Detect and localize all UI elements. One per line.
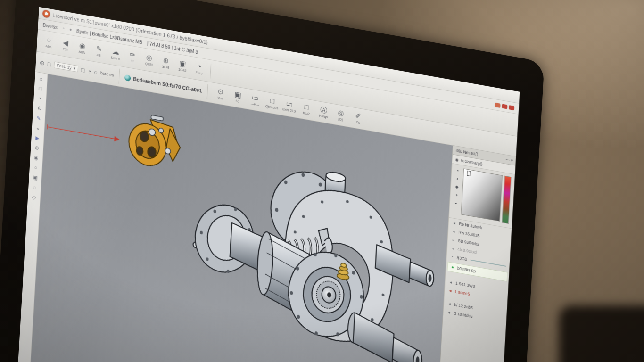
row-icon: ◄ bbox=[446, 310, 451, 315]
play-icon[interactable]: ▶ bbox=[35, 135, 40, 141]
target-icon: ◎ bbox=[146, 53, 153, 62]
pen-icon: ✏ bbox=[129, 50, 135, 59]
toolbar-button-0[interactable]: ◌ Aba bbox=[40, 32, 57, 53]
spiral-icon: ◔ bbox=[197, 63, 202, 71]
chevron-down-icon: ▾ bbox=[73, 66, 75, 71]
ellipses-icon: ◌ bbox=[47, 36, 51, 44]
toolbar-button-image[interactable]: ▣ 1C4J bbox=[174, 55, 191, 77]
circle-tool-icon[interactable]: ○ bbox=[94, 68, 98, 76]
toolbar2-button-2[interactable]: ▭ —▾— bbox=[247, 90, 264, 111]
toolbar-button-7[interactable]: ⊕ 3L4I bbox=[157, 52, 174, 74]
flat-rect-icon: ▭ bbox=[252, 93, 259, 102]
monitor-bezel: Licensed ve m S11owes0' x180 0203 (Orien… bbox=[0, 0, 545, 362]
dotted-circle-icon[interactable]: ◌ bbox=[33, 184, 36, 190]
toolbar-button-5[interactable]: ✏ BI bbox=[124, 46, 141, 68]
menu-options-icon[interactable]: ● bbox=[69, 27, 72, 32]
toolbar-button-2[interactable]: ◉ A8N bbox=[74, 38, 91, 59]
droplet-tool-icon[interactable]: ◆ bbox=[455, 184, 458, 189]
cad-application-window: Licensed ve m S11owes0' x180 0203 (Orien… bbox=[15, 7, 520, 362]
gradient-swatch[interactable] bbox=[461, 168, 503, 221]
diamond-icon[interactable]: ◇ bbox=[32, 194, 36, 200]
back-arrow-icon: ◀ bbox=[63, 39, 68, 47]
half-circle-icon[interactable]: ◒ bbox=[36, 125, 40, 131]
font-selector[interactable]: Fest: 1y ▾ bbox=[54, 61, 79, 72]
circled-a-icon: Ⓐ bbox=[320, 106, 328, 115]
toolbar-separator bbox=[206, 84, 208, 99]
row-icon: ◂ bbox=[451, 229, 456, 234]
dot-tool-icon[interactable]: • bbox=[457, 168, 459, 173]
toolbar2-button-3[interactable]: □ Qivnous bbox=[264, 92, 281, 114]
window-restore-button[interactable] bbox=[502, 104, 507, 109]
row-icon: ◄ bbox=[447, 301, 452, 306]
arc-tool-icon[interactable]: ◔ bbox=[87, 67, 91, 74]
desk-shadow bbox=[559, 305, 644, 362]
record-icon[interactable]: ◉ bbox=[34, 155, 39, 161]
rect-icon[interactable]: □ bbox=[39, 85, 42, 91]
boxed-view-icon: ▣ bbox=[234, 90, 241, 99]
toolbar2-button-7[interactable]: ◎ (D) bbox=[332, 105, 349, 126]
panel-header-buttons[interactable]: — ▾ bbox=[506, 157, 513, 163]
toolbar2-button-0[interactable]: ⊙ \f ∞ bbox=[212, 83, 229, 105]
toolbar-button-4[interactable]: ☁ Enb n bbox=[107, 43, 124, 65]
plus-circle-icon[interactable]: ⊕ bbox=[34, 145, 39, 151]
sphere-tool-icon[interactable]: ◑ bbox=[455, 192, 458, 197]
rect-tool-icon[interactable]: □ bbox=[81, 66, 85, 74]
window-controls bbox=[495, 102, 514, 110]
tiled-windows-icon: ▭ bbox=[286, 99, 293, 108]
circle-dot-icon: ⊙ bbox=[217, 88, 223, 96]
small-window-icon: □ bbox=[304, 103, 309, 111]
gradient-handle[interactable] bbox=[467, 171, 471, 176]
toolbar-button-9[interactable]: ◔ F3rv bbox=[191, 58, 208, 80]
slider-icon: ◔ bbox=[450, 254, 454, 259]
group-label: bsu: e9 bbox=[100, 71, 115, 78]
row-icon-red: ◄ bbox=[448, 288, 453, 293]
sphere2-tool-icon[interactable]: ◒ bbox=[454, 200, 457, 206]
bullseye-icon: ◎ bbox=[338, 109, 344, 117]
toolbar2-button-5[interactable]: □ 6tu2 bbox=[298, 99, 315, 120]
toolbar2-button-4[interactable]: ▭ Exis 210 bbox=[281, 96, 298, 117]
shape-icon[interactable]: □ bbox=[47, 60, 51, 67]
toolbar2-button-1[interactable]: ▣ 60 bbox=[229, 86, 246, 108]
row-icon: ≡ bbox=[451, 237, 455, 242]
row-icon: ◂ bbox=[450, 246, 455, 251]
pie-icon[interactable]: ◔ bbox=[38, 95, 41, 101]
pencil-icon: ✎ bbox=[96, 45, 102, 53]
eraser-icon: ✐ bbox=[355, 112, 361, 120]
clouds-icon: ☁ bbox=[112, 48, 120, 57]
appearance-icon: ◉ bbox=[455, 157, 459, 162]
row-icon: ◂ bbox=[452, 220, 456, 225]
menu-history-icon[interactable]: ◔ bbox=[62, 26, 65, 31]
half-moon-tool-icon[interactable]: ◗ bbox=[456, 176, 459, 181]
toolbar-button-target[interactable]: ◎ Q8M bbox=[140, 49, 157, 71]
toolbar2-button-6[interactable]: Ⓐ F3rqv bbox=[315, 101, 332, 123]
grid-icon[interactable]: ▣ bbox=[33, 174, 38, 181]
document-globe-icon bbox=[124, 74, 131, 81]
picture-icon: ▣ bbox=[179, 59, 186, 68]
app-logo-icon bbox=[42, 9, 50, 18]
home-icon[interactable]: ⌂ bbox=[39, 75, 42, 82]
toolbar-button-back[interactable]: ◀ F3I bbox=[57, 34, 74, 56]
window-icon: □ bbox=[270, 97, 275, 105]
zoom-icon[interactable]: ⊕ bbox=[40, 58, 45, 66]
circle-icon[interactable]: ○ bbox=[34, 165, 37, 171]
toolbar-separator bbox=[119, 69, 120, 84]
circle-dot-icon: ◉ bbox=[79, 41, 86, 50]
window-close-button[interactable] bbox=[509, 105, 514, 110]
toolbar-separator bbox=[210, 64, 211, 79]
row-icon: ◄ bbox=[448, 280, 453, 285]
hue-strip[interactable] bbox=[502, 176, 512, 224]
toolbar-button-sketch[interactable]: ✎ 4B bbox=[91, 41, 107, 62]
green-dot-icon: ● bbox=[450, 264, 455, 270]
globe-icon: ⊕ bbox=[163, 57, 169, 65]
picker-tools: • ◗ ◆ ◑ ◒ bbox=[452, 167, 462, 215]
pencil-tool-icon[interactable]: ✎ bbox=[36, 115, 41, 122]
toolbar2-button-8[interactable]: ✐ 7a bbox=[349, 107, 366, 129]
euro-tool-icon[interactable]: € bbox=[38, 105, 41, 111]
menu-item-file[interactable]: Bweiss bbox=[42, 22, 58, 30]
window-minimize-button[interactable] bbox=[495, 102, 500, 107]
